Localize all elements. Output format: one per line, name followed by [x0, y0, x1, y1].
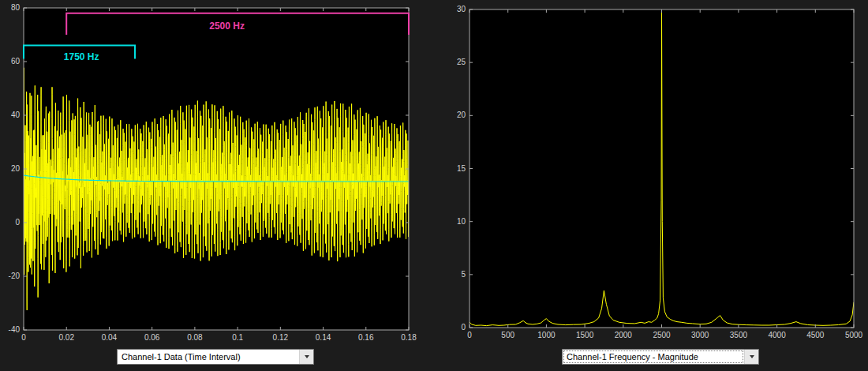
svg-text:0.12: 0.12	[273, 333, 289, 342]
svg-text:0.08: 0.08	[187, 333, 203, 342]
svg-text:25: 25	[457, 58, 466, 66]
svg-text:20: 20	[457, 111, 466, 119]
svg-text:0: 0	[15, 218, 20, 227]
svg-text:0.1: 0.1	[232, 333, 243, 342]
svg-text:-20: -20	[9, 272, 21, 280]
svg-text:40: 40	[11, 111, 21, 119]
svg-text:5000: 5000	[845, 331, 863, 339]
svg-text:10: 10	[457, 217, 466, 226]
svg-text:60: 60	[11, 57, 21, 66]
chevron-down-icon	[750, 355, 754, 358]
svg-text:5: 5	[461, 270, 466, 279]
svg-text:0.18: 0.18	[401, 333, 417, 342]
svg-text:3000: 3000	[691, 331, 709, 339]
svg-text:0: 0	[21, 333, 26, 342]
svg-text:0.16: 0.16	[358, 333, 374, 342]
svg-text:0: 0	[467, 331, 472, 339]
svg-text:2000: 2000	[615, 331, 633, 339]
time-channel-dropdown-value: Channel-1 Data (Time Interval)	[118, 350, 299, 364]
svg-text:15: 15	[457, 164, 466, 173]
svg-text:2500 Hz: 2500 Hz	[209, 21, 245, 32]
svg-text:4500: 4500	[806, 331, 825, 339]
svg-text:2500: 2500	[653, 331, 671, 339]
svg-text:20: 20	[11, 164, 21, 173]
svg-text:-40: -40	[9, 325, 21, 334]
svg-text:4000: 4000	[768, 331, 786, 339]
svg-text:0.06: 0.06	[144, 333, 160, 342]
svg-text:1500: 1500	[576, 331, 594, 339]
svg-text:1750 Hz: 1750 Hz	[64, 51, 99, 62]
time-channel-dropdown[interactable]: Channel-1 Data (Time Interval)	[117, 349, 314, 365]
svg-text:1000: 1000	[537, 331, 556, 339]
time-domain-chart: 00.020.040.060.080.10.120.140.160.18-40-…	[0, 0, 430, 346]
frequency-channel-dropdown-button[interactable]	[744, 350, 758, 364]
frequency-channel-dropdown[interactable]: Channel-1 Frequency - Magnitude	[562, 349, 759, 365]
frequency-domain-chart: 0500100015002000250030003500400045005000…	[434, 0, 868, 346]
svg-text:0.02: 0.02	[58, 333, 74, 342]
svg-text:0.14: 0.14	[316, 333, 331, 342]
svg-text:30: 30	[457, 5, 466, 13]
scope-window: 00.020.040.060.080.10.120.140.160.18-40-…	[0, 0, 868, 371]
frequency-channel-dropdown-value: Channel-1 Frequency - Magnitude	[563, 350, 744, 364]
svg-text:80: 80	[11, 3, 21, 12]
svg-text:3500: 3500	[730, 331, 748, 339]
chevron-down-icon	[305, 355, 309, 358]
svg-text:0.04: 0.04	[102, 333, 118, 342]
time-channel-dropdown-button[interactable]	[299, 350, 313, 364]
svg-text:500: 500	[501, 331, 514, 339]
svg-text:0: 0	[461, 323, 466, 332]
